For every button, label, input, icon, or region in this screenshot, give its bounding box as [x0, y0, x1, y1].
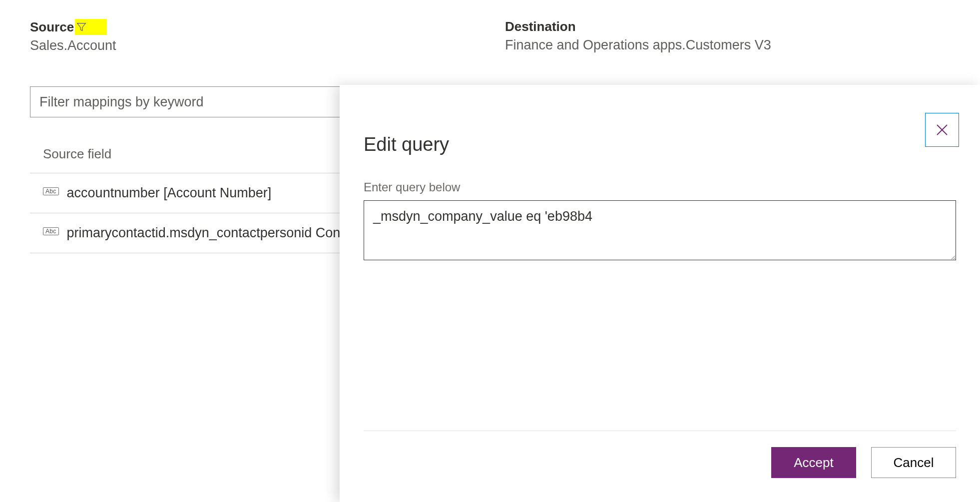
accept-button[interactable]: Accept — [771, 447, 856, 478]
edit-query-dialog: Edit query Enter query below Accept Canc… — [340, 85, 980, 502]
close-button[interactable] — [925, 113, 959, 147]
cancel-button[interactable]: Cancel — [871, 447, 956, 478]
source-header: Source — [30, 19, 107, 35]
destination-value: Finance and Operations apps.Customers V3 — [505, 37, 950, 53]
field-text: accountnumber [Account Number] — [67, 184, 272, 202]
dialog-title: Edit query — [364, 134, 956, 155]
source-label: Source — [30, 19, 74, 35]
source-value: Sales.Account — [30, 38, 475, 53]
close-icon — [935, 122, 950, 137]
query-label: Enter query below — [364, 180, 956, 194]
abc-type-icon: Abc — [43, 187, 59, 195]
dialog-divider — [364, 431, 956, 431]
query-input[interactable] — [364, 200, 956, 260]
abc-type-icon: Abc — [43, 227, 59, 235]
filter-icon-highlight[interactable] — [75, 19, 107, 35]
destination-label: Destination — [505, 19, 576, 34]
filter-icon — [76, 21, 87, 32]
